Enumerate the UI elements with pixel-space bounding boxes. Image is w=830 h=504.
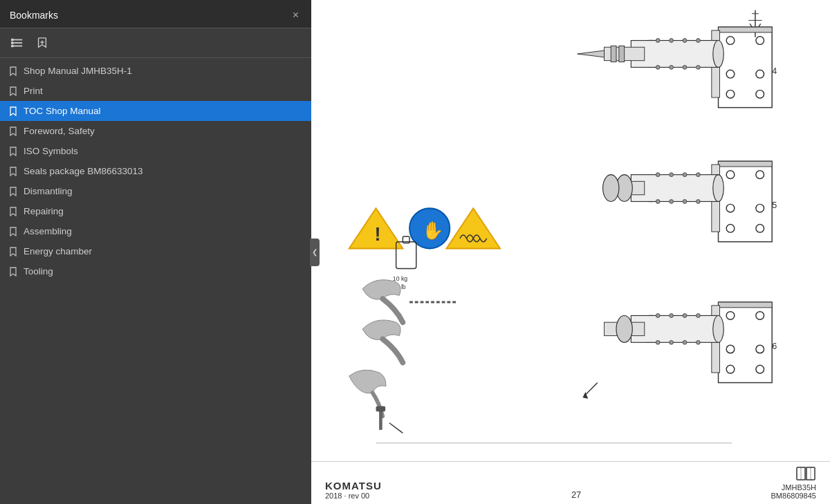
svg-point-58 [713, 175, 724, 202]
svg-point-16 [756, 70, 764, 78]
svg-point-52 [756, 204, 764, 212]
sidebar-item-assembling[interactable]: Assembling [0, 221, 311, 241]
sidebar-item-label: Seals package BM86633013 [24, 166, 143, 176]
svg-point-68 [683, 200, 687, 204]
main-content: 4 ! ✋ [311, 0, 830, 504]
bookmark-icon [10, 187, 17, 196]
sidebar-item-label: Repairing [24, 206, 64, 216]
svg-rect-12 [719, 27, 773, 32]
part-number: BM86809845 [771, 492, 816, 500]
bookmark-icon [10, 66, 17, 76]
svg-point-69 [697, 200, 701, 204]
page-footer: KOMATSU 2018 · rev 00 27 JMHB35H BM86809… [311, 461, 830, 504]
svg-point-74 [756, 312, 764, 320]
close-button[interactable]: × [290, 8, 302, 22]
sidebar-item-print[interactable]: Print [0, 81, 311, 101]
bookmark-list: Shop Manual JMHB35H-1 Print TOC Shop Man… [0, 58, 311, 504]
svg-rect-0 [12, 39, 22, 41]
list-view-button[interactable] [7, 34, 28, 52]
svg-rect-46 [376, 407, 386, 412]
sidebar-item-label: ISO Symbols [24, 146, 78, 156]
svg-point-53 [726, 224, 735, 232]
svg-point-66 [656, 200, 660, 204]
svg-point-90 [670, 340, 674, 344]
page-number: 27 [571, 489, 581, 500]
model-number: JMHB35H [782, 483, 816, 492]
svg-rect-32 [611, 46, 616, 62]
svg-point-82 [713, 315, 724, 342]
bookmark-icon [10, 127, 17, 136]
sidebar-item-foreword-safety[interactable]: Foreword, Safety [0, 121, 311, 141]
bookmark-icon [10, 106, 17, 116]
svg-point-92 [697, 340, 701, 344]
svg-text:✋: ✋ [422, 220, 444, 241]
svg-rect-4 [11, 41, 14, 44]
svg-point-85 [656, 314, 660, 318]
svg-point-54 [756, 224, 764, 232]
bookmark-add-button[interactable] [32, 34, 53, 52]
svg-point-89 [656, 340, 660, 344]
svg-point-27 [697, 39, 701, 43]
svg-point-88 [697, 314, 701, 318]
sidebar-item-energy-chamber[interactable]: Energy chamber [0, 241, 311, 261]
sidebar-item-shop-manual[interactable]: Shop Manual JMHB35H-1 [0, 61, 311, 81]
page-content: 4 ! ✋ [325, 7, 816, 497]
svg-point-84 [616, 315, 632, 342]
bookmark-add-icon [36, 37, 48, 49]
svg-point-75 [726, 345, 735, 353]
svg-point-30 [683, 65, 687, 69]
svg-marker-39 [446, 208, 500, 248]
svg-point-61 [603, 175, 619, 202]
book-icon [795, 466, 816, 483]
list-icon [11, 37, 24, 49]
svg-point-26 [683, 39, 687, 43]
svg-point-73 [726, 312, 735, 320]
bookmark-icon [10, 207, 17, 216]
brand-name: KOMATSU [325, 480, 382, 492]
sidebar-toolbar [0, 28, 311, 58]
svg-point-86 [670, 314, 674, 318]
svg-point-15 [726, 70, 735, 78]
svg-point-49 [726, 171, 735, 179]
collapse-arrow: ❮ [312, 248, 317, 256]
sidebar-item-label: TOC Shop Manual [24, 106, 101, 116]
collapse-handle[interactable]: ❮ [310, 239, 320, 266]
svg-point-91 [683, 340, 687, 344]
footer-brand-info: KOMATSU 2018 · rev 00 [325, 480, 382, 500]
technical-diagram: 4 ! ✋ [325, 7, 816, 463]
sidebar-item-toc-shop-manual[interactable]: TOC Shop Manual [0, 101, 311, 121]
svg-point-25 [670, 39, 674, 43]
svg-text:10 kg: 10 kg [393, 275, 407, 282]
bookmark-icon [10, 247, 17, 256]
svg-rect-48 [719, 161, 773, 167]
svg-rect-72 [719, 302, 773, 308]
svg-point-63 [670, 173, 674, 177]
bookmark-icon [10, 267, 17, 277]
svg-text:4: 4 [772, 66, 777, 76]
sidebar-item-tooling[interactable]: Tooling [0, 261, 311, 281]
svg-point-51 [726, 204, 735, 212]
sidebar-item-repairing[interactable]: Repairing [0, 201, 311, 221]
sidebar-item-seals-package[interactable]: Seals package BM86633013 [0, 161, 311, 181]
sidebar-item-iso-symbols[interactable]: ISO Symbols [0, 141, 311, 161]
svg-point-22 [713, 41, 724, 68]
svg-point-64 [683, 173, 687, 177]
bookmark-icon [10, 167, 17, 176]
sidebar-item-dismantling[interactable]: Dismantling [0, 181, 311, 201]
svg-point-14 [756, 37, 764, 45]
svg-text:!: ! [375, 223, 381, 245]
sidebar-item-label: Dismantling [24, 186, 73, 196]
svg-rect-5 [11, 45, 14, 48]
sidebar-item-label: Print [24, 86, 43, 96]
footer-model-info: JMHB35H BM86809845 [771, 466, 816, 500]
svg-point-29 [670, 65, 674, 69]
svg-point-17 [726, 90, 735, 98]
page-area: 4 ! ✋ [311, 0, 830, 504]
svg-rect-1 [12, 42, 22, 44]
svg-point-18 [756, 90, 764, 98]
sidebar-item-label: Shop Manual JMHB35H-1 [24, 66, 132, 76]
sidebar-header: Bookmarks × [0, 0, 311, 28]
svg-point-13 [726, 37, 735, 45]
sidebar-item-label: Energy chamber [24, 246, 92, 256]
sidebar-item-label: Tooling [24, 266, 53, 277]
